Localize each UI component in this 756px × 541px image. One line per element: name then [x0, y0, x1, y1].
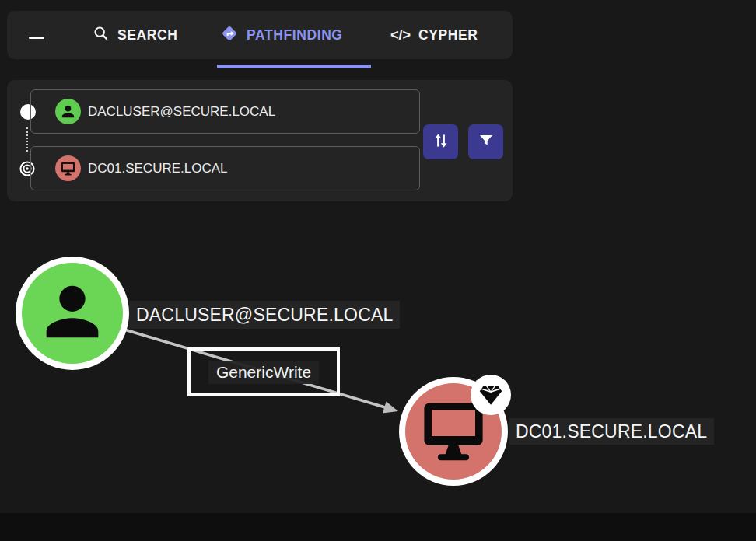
node-label-user[interactable]: DACLUSER@SECURE.LOCAL	[129, 301, 400, 329]
node-label-computer[interactable]: DC01.SECURE.LOCAL	[509, 418, 714, 445]
edge-label[interactable]: GenericWrite	[208, 361, 319, 384]
graph-node-user[interactable]	[16, 257, 129, 370]
graph-edge[interactable]	[0, 0, 756, 541]
tier-zero-gem-icon	[471, 375, 511, 415]
user-icon	[33, 273, 111, 354]
edge-arrowhead-icon	[383, 402, 398, 414]
selected-edge-box[interactable]: GenericWrite	[187, 347, 340, 396]
